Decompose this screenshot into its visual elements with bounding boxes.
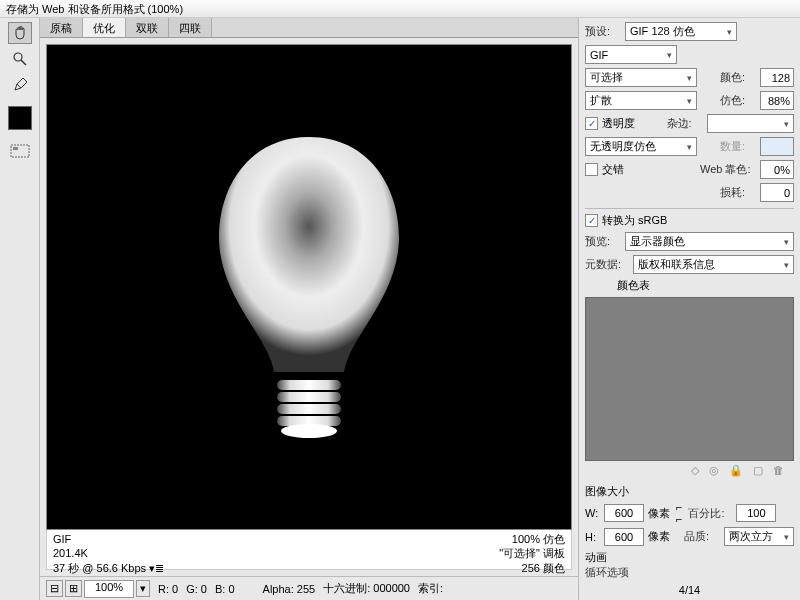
info-size: 201.4K [53, 546, 164, 560]
svg-rect-7 [277, 404, 341, 414]
metadata-label: 元数据: [585, 257, 629, 272]
width-unit: 像素 [648, 506, 670, 521]
tab-4up[interactable]: 四联 [169, 18, 212, 37]
colortable-toolbar: ◇ ◎ 🔒 ▢ 🗑 [585, 461, 794, 480]
tab-optimized[interactable]: 优化 [83, 18, 126, 37]
ct-lock-icon[interactable]: 🔒 [729, 464, 743, 477]
svg-rect-6 [277, 392, 341, 402]
preview-canvas[interactable] [46, 44, 572, 530]
svg-rect-2 [11, 145, 29, 157]
tab-original[interactable]: 原稿 [40, 18, 83, 37]
preview-label: 预览: [585, 234, 621, 249]
websnap-label: Web 靠色: [700, 162, 756, 177]
anim-label: 动画 [585, 550, 794, 565]
window-title: 存储为 Web 和设备所用格式 (100%) [0, 0, 800, 18]
quality-dropdown[interactable]: 两次立方 [724, 527, 794, 546]
preset-label: 预设: [585, 24, 621, 39]
height-input[interactable] [604, 528, 644, 546]
canvas-wrap: GIF 201.4K 37 秒 @ 56.6 Kbps ▾≣ 100% 仿色 "… [40, 38, 578, 576]
link-icon[interactable]: ⌐⌐ [676, 501, 682, 525]
info-dither: 100% 仿色 [499, 532, 565, 546]
info-speed: 37 秒 @ 56.6 Kbps ▾≣ [53, 561, 164, 575]
preset-dropdown[interactable]: GIF 128 仿色 [625, 22, 737, 41]
websnap-input[interactable] [760, 160, 794, 179]
toolbox [0, 18, 40, 600]
dither-input[interactable] [760, 91, 794, 110]
svg-line-1 [21, 60, 26, 65]
lossy-label: 损耗: [720, 185, 756, 200]
interlaced-checkbox[interactable] [585, 163, 598, 176]
lightbulb-image [169, 97, 449, 477]
info-format: GIF [53, 532, 164, 546]
preview-area: 原稿 优化 双联 四联 [40, 18, 578, 600]
preview-dropdown[interactable]: 显示器颜色 [625, 232, 794, 251]
colors-label: 颜色: [720, 70, 756, 85]
height-label: H: [585, 531, 600, 543]
svg-rect-3 [13, 147, 18, 150]
trans-dither-dropdown[interactable]: 无透明度仿色 [585, 137, 697, 156]
imagesize-label: 图像大小 [585, 484, 794, 499]
transparency-label: 透明度 [602, 116, 635, 131]
width-label: W: [585, 507, 600, 519]
matte-label: 杂边: [667, 116, 703, 131]
status-index: 索引: [418, 581, 443, 596]
status-hex: 十六进制: 000000 [323, 581, 410, 596]
percent-label: 百分比: [688, 506, 732, 521]
eyedropper-tool[interactable] [8, 74, 32, 96]
svg-point-9 [281, 424, 337, 438]
svg-point-0 [14, 53, 22, 61]
status-alpha: Alpha: 255 [263, 583, 316, 595]
metadata-dropdown[interactable]: 版权和联系信息 [633, 255, 794, 274]
convert-srgb-checkbox[interactable]: ✓ [585, 214, 598, 227]
color-table[interactable] [585, 297, 794, 461]
lossy-input[interactable] [760, 183, 794, 202]
frame-indicator: 4/14 [679, 584, 700, 596]
amount-label: 数量: [720, 139, 756, 154]
preview-tabs: 原稿 优化 双联 四联 [40, 18, 578, 38]
preview-info: GIF 201.4K 37 秒 @ 56.6 Kbps ▾≣ 100% 仿色 "… [46, 530, 572, 570]
settings-panel: 预设: GIF 128 仿色 GIF 可选择 颜色: 扩散 仿色: ✓ 透明度 … [578, 18, 800, 600]
ct-all-icon[interactable]: ◎ [709, 464, 719, 477]
info-colors: 256 颜色 [499, 561, 565, 575]
ct-trash-icon[interactable]: 🗑 [773, 464, 784, 477]
colors-input[interactable] [760, 68, 794, 87]
colortable-label: 颜色表 [585, 278, 794, 293]
zoom-tool[interactable] [8, 48, 32, 70]
amount-input[interactable] [760, 137, 794, 156]
interlaced-label: 交错 [602, 162, 624, 177]
status-bar: ⊟ ⊞ 100% ▾ R: 0 G: 0 B: 0 Alpha: 255 十六进… [40, 576, 578, 600]
tab-2up[interactable]: 双联 [126, 18, 169, 37]
percent-input[interactable] [736, 504, 776, 522]
foreground-color-swatch[interactable] [8, 106, 32, 130]
status-b: B: 0 [215, 583, 235, 595]
quality-label: 品质: [684, 529, 720, 544]
transparency-checkbox[interactable]: ✓ [585, 117, 598, 130]
dither-label: 仿色: [720, 93, 756, 108]
convert-srgb-label: 转换为 sRGB [602, 213, 667, 228]
loop-label: 循环选项 [585, 565, 635, 580]
main-layout: 原稿 优化 双联 四联 [0, 18, 800, 600]
zoom-input[interactable]: 100% [84, 580, 134, 598]
ct-select-icon[interactable]: ◇ [691, 464, 699, 477]
reduction-dropdown[interactable]: 可选择 [585, 68, 697, 87]
zoom-out-icon[interactable]: ⊟ [46, 580, 63, 597]
status-r: R: 0 [158, 583, 178, 595]
zoom-in-icon[interactable]: ⊞ [65, 580, 82, 597]
info-palette: "可选择" 调板 [499, 546, 565, 560]
matte-dropdown[interactable] [707, 114, 795, 133]
height-unit: 像素 [648, 529, 670, 544]
slice-select-tool[interactable] [8, 140, 32, 162]
dither-method-dropdown[interactable]: 扩散 [585, 91, 697, 110]
status-g: G: 0 [186, 583, 207, 595]
width-input[interactable] [604, 504, 644, 522]
hand-tool[interactable] [8, 22, 32, 44]
zoom-dropdown-icon[interactable]: ▾ [136, 580, 150, 597]
svg-rect-5 [277, 380, 341, 390]
format-dropdown[interactable]: GIF [585, 45, 677, 64]
ct-new-icon[interactable]: ▢ [753, 464, 763, 477]
svg-rect-4 [274, 372, 344, 380]
